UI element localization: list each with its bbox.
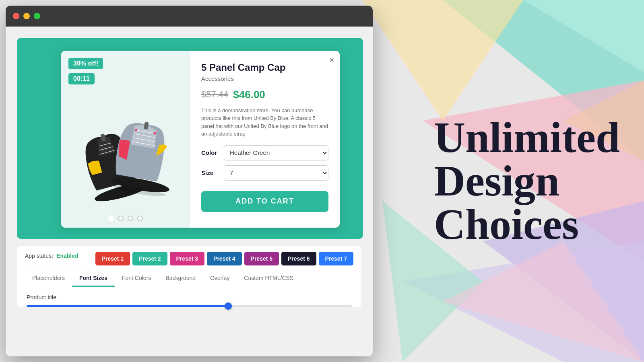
svg-marker-3 [362,0,523,121]
minimize-traffic-light[interactable] [23,13,30,19]
preset-5-button[interactable]: Preset 5 [244,252,279,265]
close-card-button[interactable]: × [329,56,334,65]
dot-3[interactable] [128,216,133,221]
slider-fill [27,305,228,307]
timer-badge: 00:11 [68,73,95,84]
tab-placeholders[interactable]: Placeholders [25,269,72,287]
color-label: Color [201,149,224,156]
slider-section: Product title [25,294,353,307]
preset-7-button[interactable]: Preset 7 [319,252,353,265]
tagline: Unlimited Design Choices [434,116,620,246]
titlebar [6,6,373,27]
maximize-traffic-light[interactable] [34,13,40,19]
close-traffic-light[interactable] [13,13,19,19]
size-select[interactable]: 7 7.5 8 8.5 9 [224,165,328,181]
app-window: 30% off! 00:11 [6,6,373,356]
preset-3-button[interactable]: Preset 3 [170,252,204,265]
product-description: This is a demonstration store. You can p… [201,107,328,138]
product-category: Accessories [201,75,328,82]
tabs-row: PlaceholdersFont SizesFont ColorsBackgro… [25,269,353,287]
tagline-line3: Choices [434,203,620,246]
app-status-value: Enabled [56,253,78,259]
card-image-area: 30% off! 00:11 [61,51,190,228]
app-status-label: App status: [25,253,53,259]
sale-price: $46.00 [233,88,265,101]
preset-6-button[interactable]: Preset 6 [281,252,316,265]
preset-4-button[interactable]: Preset 4 [207,252,242,265]
dot-4[interactable] [137,216,143,221]
color-option-row: Color Heather Green Black Navy Red [201,145,328,160]
price-row: $57.44 $46.00 [201,88,328,101]
product-title: 5 Panel Camp Cap [201,62,328,74]
dot-2[interactable] [118,216,124,221]
presets-row: Preset 1Preset 2Preset 3Preset 4Preset 5… [95,252,353,265]
carousel-dots [108,216,143,221]
tab-overlay[interactable]: Overlay [203,269,237,287]
tab-font-colors[interactable]: Font Colors [115,269,158,287]
tagline-line1: Unlimited [434,116,620,159]
add-to-cart-button[interactable]: ADD TO CART [201,191,328,212]
app-status-row: App status: Enabled [25,253,78,259]
tab-font-sizes[interactable]: Font Sizes [72,269,115,287]
tagline-line2: Design [434,159,620,203]
preset-2-button[interactable]: Preset 2 [132,252,167,265]
dot-1[interactable] [108,216,114,221]
size-option-row: Size 7 7.5 8 8.5 9 [201,165,328,181]
color-select[interactable]: Heather Green Black Navy Red [224,145,328,160]
preview-area: 30% off! 00:11 [17,38,363,239]
original-price: $57.44 [201,89,228,100]
card-details: × 5 Panel Camp Cap Accessories $57.44 $4… [190,51,340,228]
slider-label: Product title [27,294,352,300]
controls-area: App status: Enabled Preset 1Preset 2Pres… [17,246,361,307]
tab-custom-html-css[interactable]: Custom HTML/CSS [237,269,301,287]
window-body: 30% off! 00:11 [6,27,373,315]
preset-1-button[interactable]: Preset 1 [95,252,130,265]
slider-thumb[interactable] [225,302,232,310]
tab-background[interactable]: Background [158,269,203,287]
product-image [71,77,180,202]
product-card: 30% off! 00:11 [61,51,340,228]
size-label: Size [201,169,224,176]
discount-badge: 30% off! [68,58,103,69]
status-presets-row: App status: Enabled Preset 1Preset 2Pres… [25,252,353,265]
slider-track [27,305,352,307]
